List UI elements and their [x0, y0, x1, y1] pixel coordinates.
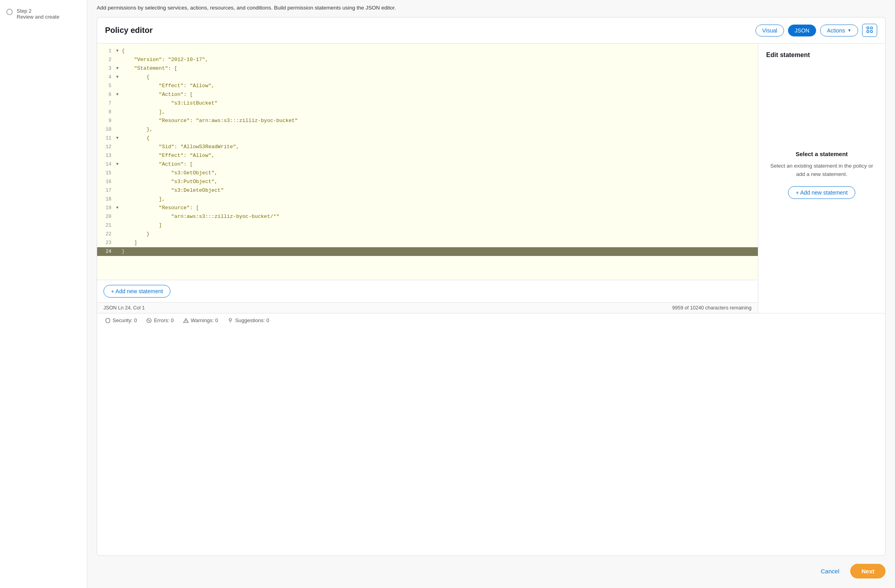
code-line-2[interactable]: 2 "Version": "2012-10-17", [97, 55, 758, 64]
line-number: 17 [97, 186, 116, 195]
code-content: } [122, 247, 125, 256]
code-content: "Action": [ [122, 90, 193, 99]
code-content: }, [122, 125, 153, 134]
add-statement-area: + Add new statement [97, 280, 758, 302]
policy-editor-header: Policy editor Visual JSON Actions ▼ [97, 17, 885, 44]
actions-button[interactable]: Actions ▼ [820, 25, 858, 36]
code-content: } [122, 230, 149, 239]
code-line-14[interactable]: 14▼ "Action": [ [97, 160, 758, 169]
error-icon [146, 318, 152, 323]
code-line-17[interactable]: 17 "s3:DeleteObject" [97, 186, 758, 195]
code-line-1[interactable]: 1▼{ [97, 47, 758, 55]
code-line-11[interactable]: 11▼ { [97, 134, 758, 143]
policy-editor-card: Policy editor Visual JSON Actions ▼ [97, 17, 885, 556]
code-line-4[interactable]: 4▼ { [97, 73, 758, 82]
code-line-9[interactable]: 9 "Resource": "arn:aws:s3:::zilliz-byoc-… [97, 116, 758, 125]
line-number: 13 [97, 151, 116, 160]
code-line-23[interactable]: 23 ] [97, 239, 758, 247]
code-line-6[interactable]: 6▼ "Action": [ [97, 90, 758, 99]
code-line-18[interactable]: 18 ], [97, 195, 758, 204]
code-content: "Resource": [ [122, 204, 199, 212]
line-number: 18 [97, 195, 116, 204]
editor-body: 1▼{2 "Version": "2012-10-17",3▼ "Stateme… [97, 44, 885, 313]
code-line-19[interactable]: 19▼ "Resource": [ [97, 204, 758, 212]
step2-circle [6, 9, 13, 15]
chevron-down-icon: ▼ [847, 28, 851, 32]
line-number: 6 [97, 90, 116, 99]
code-line-21[interactable]: 21 ] [97, 221, 758, 230]
code-content: "s3:ListBucket" [122, 99, 218, 108]
code-line-3[interactable]: 3▼ "Statement": [ [97, 64, 758, 73]
svg-point-7 [186, 322, 186, 322]
main-content: Add permissions by selecting services, a… [87, 0, 895, 588]
step2-label: Step 2 [17, 8, 59, 14]
errors-diag: Errors: 0 [146, 317, 174, 323]
code-line-20[interactable]: 20 "arn:aws:s3:::zilliz-byoc-bucket/*" [97, 212, 758, 221]
cancel-button[interactable]: Cancel [815, 565, 846, 578]
line-number: 4 [97, 73, 116, 82]
code-content: "s3:DeleteObject" [122, 186, 224, 195]
suggestions-icon [228, 318, 233, 323]
code-toggle[interactable]: ▼ [116, 47, 122, 55]
json-editor-area[interactable]: 1▼{2 "Version": "2012-10-17",3▼ "Stateme… [97, 44, 758, 313]
line-number: 14 [97, 160, 116, 169]
add-new-statement-button[interactable]: + Add new statement [788, 186, 855, 199]
code-content: "Action": [ [122, 160, 193, 169]
next-button[interactable]: Next [850, 564, 885, 578]
code-line-22[interactable]: 22 } [97, 230, 758, 239]
line-number: 2 [97, 55, 116, 64]
code-toggle[interactable]: ▼ [116, 90, 122, 99]
line-number: 15 [97, 169, 116, 178]
json-button[interactable]: JSON [788, 25, 816, 36]
code-line-12[interactable]: 12 "Sid": "AllowS3ReadWrite", [97, 143, 758, 151]
code-area[interactable]: 1▼{2 "Version": "2012-10-17",3▼ "Stateme… [97, 44, 758, 280]
status-bar: JSON Ln 24, Col 1 9959 of 10240 characte… [97, 302, 758, 313]
line-number: 12 [97, 143, 116, 151]
code-content: ], [122, 108, 165, 116]
line-number: 21 [97, 221, 116, 230]
svg-rect-1 [870, 27, 872, 29]
svg-rect-2 [867, 31, 869, 32]
add-statement-button[interactable]: + Add new statement [103, 285, 170, 298]
code-toggle[interactable]: ▼ [116, 204, 122, 212]
code-line-13[interactable]: 13 "Effect": "Allow", [97, 151, 758, 160]
suggestions-diag: Suggestions: 0 [228, 317, 269, 323]
code-content: ] [122, 221, 162, 230]
line-number: 9 [97, 116, 116, 125]
line-number: 20 [97, 212, 116, 221]
code-content: { [122, 47, 125, 55]
line-number: 22 [97, 230, 116, 239]
svg-line-5 [148, 319, 150, 321]
code-content: { [122, 134, 149, 143]
code-line-16[interactable]: 16 "s3:PutObject", [97, 178, 758, 186]
code-toggle[interactable]: ▼ [116, 160, 122, 169]
line-number: 1 [97, 47, 116, 55]
diagnostics-bar: Security: 0 Errors: 0 Warnings: 0 [97, 313, 885, 327]
line-number: 19 [97, 204, 116, 212]
code-line-10[interactable]: 10 }, [97, 125, 758, 134]
code-content: ], [122, 195, 165, 204]
code-line-15[interactable]: 15 "s3:GetObject", [97, 169, 758, 178]
code-content: "Effect": "Allow", [122, 151, 214, 160]
code-line-8[interactable]: 8 ], [97, 108, 758, 116]
status-chars-remaining: 9959 of 10240 characters remaining [672, 305, 752, 311]
code-content: "s3:GetObject", [122, 169, 218, 178]
line-number: 24 [97, 247, 116, 256]
visual-button[interactable]: Visual [755, 25, 784, 36]
line-number: 5 [97, 82, 116, 90]
code-content: "Statement": [ [122, 64, 177, 73]
security-diag: Security: 0 [105, 317, 137, 323]
settings-icon-button[interactable] [862, 24, 877, 37]
code-content: "arn:aws:s3:::zilliz-byoc-bucket/*" [122, 212, 279, 221]
svg-rect-3 [870, 31, 872, 32]
policy-editor-title: Policy editor [105, 26, 153, 35]
code-line-24[interactable]: 24} [97, 247, 758, 256]
code-content: { [122, 73, 149, 82]
code-toggle[interactable]: ▼ [116, 73, 122, 82]
code-content: "Sid": "AllowS3ReadWrite", [122, 143, 239, 151]
select-statement-section: Select a statement Select an existing st… [766, 68, 877, 305]
code-toggle[interactable]: ▼ [116, 64, 122, 73]
code-line-5[interactable]: 5 "Effect": "Allow", [97, 82, 758, 90]
code-toggle[interactable]: ▼ [116, 134, 122, 143]
code-line-7[interactable]: 7 "s3:ListBucket" [97, 99, 758, 108]
